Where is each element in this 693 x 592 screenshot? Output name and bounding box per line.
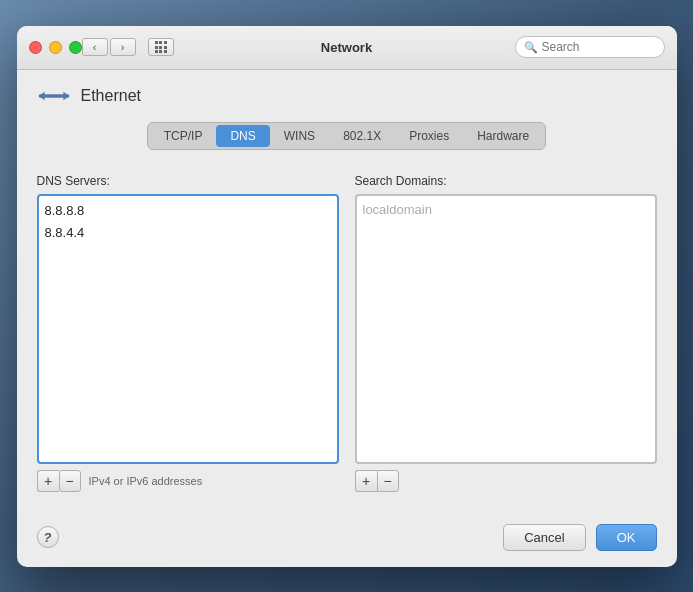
- dns-servers-list[interactable]: 8.8.8.8 8.8.4.4: [37, 194, 339, 464]
- network-window: ‹ › Network 🔍: [17, 26, 677, 567]
- ok-button[interactable]: OK: [596, 524, 657, 551]
- bottom-bar: ? Cancel OK: [17, 512, 677, 567]
- maximize-button[interactable]: [69, 41, 82, 54]
- tab-wins[interactable]: WINS: [270, 125, 329, 147]
- ethernet-icon: [37, 84, 71, 108]
- two-column-area: DNS Servers: 8.8.8.8 8.8.4.4 + − IPv4 or…: [37, 174, 657, 492]
- remove-search-domain-button[interactable]: −: [377, 470, 399, 492]
- tabs-row: TCP/IP DNS WINS 802.1X Proxies Hardware: [37, 122, 657, 164]
- dns-servers-label: DNS Servers:: [37, 174, 339, 188]
- tab-tcpip[interactable]: TCP/IP: [150, 125, 217, 147]
- tab-proxies[interactable]: Proxies: [395, 125, 463, 147]
- dialog-buttons: Cancel OK: [503, 524, 656, 551]
- titlebar: ‹ › Network 🔍: [17, 26, 677, 70]
- tab-8021x[interactable]: 802.1X: [329, 125, 395, 147]
- dns-entry-2: 8.8.4.4: [43, 222, 333, 245]
- dns-servers-actions: + − IPv4 or IPv6 addresses: [37, 470, 339, 492]
- add-dns-server-button[interactable]: +: [37, 470, 59, 492]
- svg-marker-1: [38, 91, 44, 100]
- dns-servers-col: DNS Servers: 8.8.8.8 8.8.4.4 + − IPv4 or…: [37, 174, 339, 492]
- forward-button[interactable]: ›: [110, 38, 136, 56]
- section-title: Ethernet: [81, 87, 141, 105]
- dns-hint: IPv4 or IPv6 addresses: [89, 475, 203, 487]
- search-box[interactable]: 🔍: [515, 36, 665, 58]
- search-domains-list[interactable]: localdomain: [355, 194, 657, 464]
- minimize-button[interactable]: [49, 41, 62, 54]
- traffic-lights: [29, 41, 82, 54]
- search-domains-placeholder: localdomain: [361, 200, 434, 219]
- cancel-button[interactable]: Cancel: [503, 524, 585, 551]
- nav-buttons: ‹ ›: [82, 38, 136, 56]
- close-button[interactable]: [29, 41, 42, 54]
- back-button[interactable]: ‹: [82, 38, 108, 56]
- remove-dns-server-button[interactable]: −: [59, 470, 81, 492]
- search-domains-label: Search Domains:: [355, 174, 657, 188]
- search-domains-col: Search Domains: localdomain + −: [355, 174, 657, 492]
- section-header: Ethernet: [37, 84, 657, 108]
- svg-marker-2: [63, 91, 69, 100]
- dns-entry-1: 8.8.8.8: [43, 200, 333, 223]
- tab-hardware[interactable]: Hardware: [463, 125, 543, 147]
- titlebar-right: 🔍: [515, 36, 665, 58]
- add-search-domain-button[interactable]: +: [355, 470, 377, 492]
- grid-button[interactable]: [148, 38, 174, 56]
- content-area: Ethernet TCP/IP DNS WINS 802.1X Proxies …: [17, 70, 677, 512]
- tab-dns[interactable]: DNS: [216, 125, 269, 147]
- window-title: Network: [321, 40, 372, 55]
- help-button[interactable]: ?: [37, 526, 59, 548]
- tabs-container: TCP/IP DNS WINS 802.1X Proxies Hardware: [147, 122, 546, 150]
- search-icon: 🔍: [524, 41, 538, 54]
- search-input[interactable]: [542, 40, 656, 54]
- search-domains-actions: + −: [355, 470, 657, 492]
